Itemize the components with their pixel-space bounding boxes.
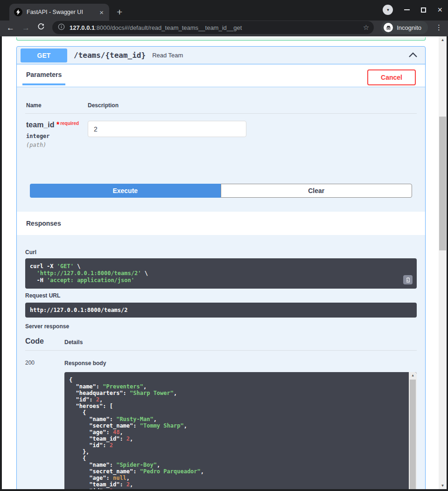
tab-strip: FastAPI - Swagger UI × + ▼ × xyxy=(0,0,448,21)
http-method-badge: GET xyxy=(21,48,67,62)
browser-tab[interactable]: FastAPI - Swagger UI × xyxy=(9,4,109,21)
endpoint-summary: Read Team xyxy=(152,52,183,59)
url-path: :8000/docs#/default/read_team_teams__tea… xyxy=(95,24,242,31)
parameter-location: (path) xyxy=(26,142,88,148)
execute-button[interactable]: Execute xyxy=(30,184,221,198)
new-tab-button[interactable]: + xyxy=(117,7,122,17)
response-details-cell: Response body { "name": "Preventers", "h… xyxy=(64,356,417,489)
parameter-type: integer xyxy=(26,133,88,139)
clear-button[interactable]: Clear xyxy=(221,184,413,198)
maximize-button[interactable] xyxy=(421,7,426,13)
window-frame-left xyxy=(0,36,2,491)
parameters-body: Name Description team_id *required integ… xyxy=(17,87,425,212)
execute-row: Execute Clear xyxy=(30,184,412,198)
incognito-label: Incognito xyxy=(397,24,421,31)
window-frame-bottom xyxy=(0,489,448,491)
url-bar[interactable]: 127.0.0.1:8000/docs#/default/read_team_t… xyxy=(52,21,374,34)
url-host: 127.0.0.1 xyxy=(70,24,95,31)
column-description-label: Description xyxy=(88,102,416,109)
required-label: required xyxy=(60,121,79,126)
browser-menu-icon[interactable]: ⋮ xyxy=(435,23,442,32)
incognito-badge: Incognito xyxy=(381,21,428,34)
responses-title: Responses xyxy=(26,220,61,227)
get-teams-endpoint-card: GET /teams/{team_id} Read Team Parameter… xyxy=(16,46,426,489)
swagger-page: GET /teams/{team_id} Read Team Parameter… xyxy=(2,36,439,489)
tab-parameters[interactable]: Parameters xyxy=(22,71,65,85)
curl-command-block: curl -X 'GET' \ 'http://127.0.0.1:8000/t… xyxy=(25,258,417,289)
response-body-label: Response body xyxy=(64,360,417,367)
parameters-section-header: Parameters Cancel xyxy=(17,64,425,87)
tab-close-icon[interactable]: × xyxy=(98,8,105,17)
response-body-json: { "name": "Preventers", "headquarters": … xyxy=(69,377,405,489)
browser-toolbar: ← → 127.0.0.1:8000/docs#/default/read_te… xyxy=(0,21,448,36)
curl-command-text: curl -X 'GET' \ 'http://127.0.0.1:8000/t… xyxy=(30,263,412,284)
endpoint-summary-bar[interactable]: GET /teams/{team_id} Read Team xyxy=(17,47,425,64)
page-scroll-up-icon[interactable]: ▲ xyxy=(439,36,447,43)
window-controls: ▼ × xyxy=(383,5,442,15)
fastapi-favicon-icon xyxy=(14,8,22,16)
parameter-row: team_id *required integer (path) xyxy=(25,114,417,148)
page-scroll-thumb[interactable] xyxy=(439,117,446,250)
server-response-label: Server response xyxy=(25,323,417,330)
back-button[interactable]: ← xyxy=(7,24,14,32)
page-scroll-down-icon[interactable]: ▼ xyxy=(439,482,447,489)
scroll-up-arrow-icon[interactable]: ▲ xyxy=(409,372,417,379)
parameter-name: team_id *required xyxy=(26,121,88,129)
request-url-label: Request URL xyxy=(25,292,417,299)
parameter-meta: team_id *required integer (path) xyxy=(26,121,88,148)
cancel-button[interactable]: Cancel xyxy=(367,69,416,85)
response-body-block: { "name": "Preventers", "headquarters": … xyxy=(64,372,417,489)
server-response-row: 200 Response body { "name": "Preventers"… xyxy=(25,351,417,489)
tab-title: FastAPI - Swagger UI xyxy=(27,9,93,15)
parameter-description-cell xyxy=(88,121,246,148)
column-name-label: Name xyxy=(26,102,88,109)
request-url-text: http://127.0.0.1:8000/teams/2 xyxy=(30,307,412,313)
status-code: 200 xyxy=(25,356,64,489)
curl-label: Curl xyxy=(25,249,417,256)
details-column-label: Details xyxy=(64,339,83,346)
responses-body: Curl curl -X 'GET' \ 'http://127.0.0.1:8… xyxy=(17,235,425,489)
forward-button[interactable]: → xyxy=(22,24,30,32)
team-id-input[interactable] xyxy=(88,121,246,137)
responses-section-header: Responses xyxy=(17,212,425,235)
code-column-label: Code xyxy=(25,337,64,346)
request-url-block: http://127.0.0.1:8000/teams/2 xyxy=(25,303,417,318)
incognito-icon xyxy=(384,23,393,32)
url-text: 127.0.0.1:8000/docs#/default/read_team_t… xyxy=(70,24,358,31)
browser-update-icon[interactable]: ▼ xyxy=(383,5,393,15)
endpoint-path: /teams/{team_id} xyxy=(74,51,146,60)
parameters-table-header: Name Description xyxy=(25,102,417,114)
response-body-scrollbar[interactable]: ▲ xyxy=(409,372,417,489)
reload-button[interactable] xyxy=(37,23,45,32)
code-details-header: Code Details xyxy=(25,337,417,351)
required-star: * xyxy=(56,121,59,129)
copy-to-clipboard-button[interactable] xyxy=(403,275,413,284)
browser-chrome: FastAPI - Swagger UI × + ▼ × ← → 127.0.0… xyxy=(0,0,448,36)
page-scrollbar[interactable]: ▲ ▼ xyxy=(439,36,447,489)
minimize-button[interactable] xyxy=(404,9,410,10)
site-info-icon[interactable] xyxy=(58,23,65,32)
previous-endpoint-card-edge xyxy=(16,37,426,41)
collapse-chevron-icon[interactable] xyxy=(408,51,418,60)
bookmark-star-icon[interactable]: ☆ xyxy=(363,23,369,32)
close-window-button[interactable]: × xyxy=(437,6,442,14)
response-body-scroll-thumb[interactable] xyxy=(410,380,416,489)
